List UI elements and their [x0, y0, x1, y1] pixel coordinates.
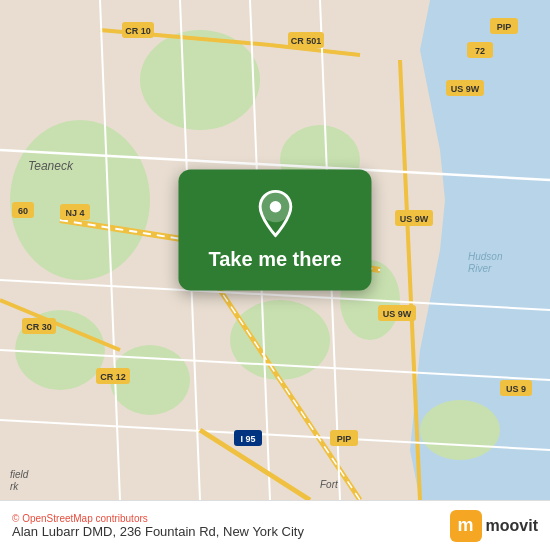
moovit-logo[interactable]: m moovit [450, 510, 538, 542]
svg-text:72: 72 [475, 46, 485, 56]
svg-text:US 9W: US 9W [400, 214, 429, 224]
svg-point-9 [420, 400, 500, 460]
svg-text:CR 12: CR 12 [100, 372, 126, 382]
svg-text:60: 60 [18, 206, 28, 216]
svg-text:NJ 4: NJ 4 [65, 208, 84, 218]
bottom-left: © OpenStreetMap contributors Alan Lubarr… [12, 513, 304, 539]
map-container: CR 10 CR 501 PIP 72 US 9W NJ 4 NJ 4 US 9… [0, 0, 550, 500]
svg-text:CR 501: CR 501 [291, 36, 322, 46]
address-line: Alan Lubarr DMD, 236 Fountain Rd, New Yo… [12, 524, 304, 539]
svg-point-2 [10, 120, 150, 280]
svg-text:I 95: I 95 [240, 434, 255, 444]
location-pin-icon [255, 190, 295, 238]
take-me-there-button[interactable]: Take me there [208, 248, 341, 271]
bottom-bar: © OpenStreetMap contributors Alan Lubarr… [0, 500, 550, 550]
svg-text:US 9W: US 9W [383, 309, 412, 319]
svg-text:CR 30: CR 30 [26, 322, 52, 332]
svg-text:PIP: PIP [337, 434, 352, 444]
svg-text:US 9: US 9 [506, 384, 526, 394]
svg-text:River: River [468, 263, 492, 274]
moovit-text: moovit [486, 517, 538, 535]
svg-text:field: field [10, 469, 29, 480]
svg-text:rk: rk [10, 481, 19, 492]
svg-point-3 [140, 30, 260, 130]
svg-text:Teaneck: Teaneck [28, 159, 74, 173]
svg-text:Hudson: Hudson [468, 251, 503, 262]
svg-text:US 9W: US 9W [451, 84, 480, 94]
svg-text:Fort: Fort [320, 479, 339, 490]
svg-text:CR 10: CR 10 [125, 26, 151, 36]
svg-point-64 [269, 201, 281, 213]
moovit-icon: m [450, 510, 482, 542]
cta-overlay[interactable]: Take me there [178, 170, 371, 291]
osm-attribution: © OpenStreetMap contributors [12, 513, 304, 524]
svg-text:PIP: PIP [497, 22, 512, 32]
